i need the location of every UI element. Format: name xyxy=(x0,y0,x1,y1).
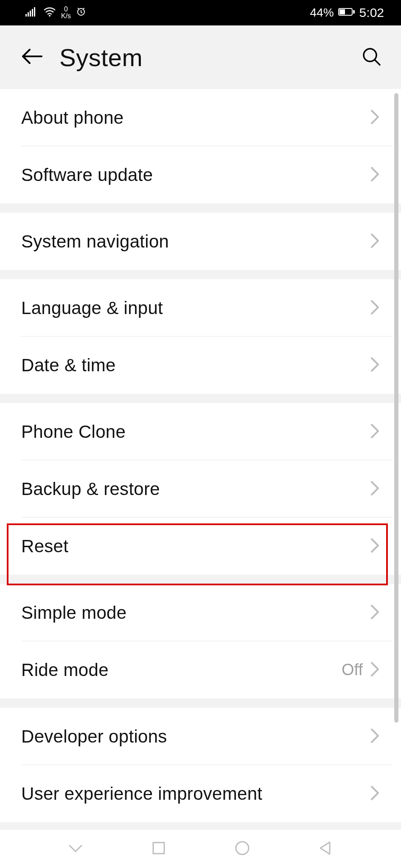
row-value: Off xyxy=(342,661,363,679)
chevron-right-icon xyxy=(370,481,380,498)
chevron-right-icon xyxy=(370,423,380,440)
row-label: Reset xyxy=(21,536,68,556)
chevron-down-icon xyxy=(67,840,84,858)
nav-bar xyxy=(0,830,401,868)
circle-icon xyxy=(234,840,251,858)
group-developer: Developer options User experience improv… xyxy=(0,708,401,822)
nav-recent[interactable] xyxy=(149,840,168,858)
cellular-signal-icon xyxy=(25,6,38,19)
status-right: 44% 5:02 xyxy=(310,6,384,20)
content: About phone Software update System navig… xyxy=(0,89,401,822)
row-label: Developer options xyxy=(21,726,167,747)
row-label: Ride mode xyxy=(21,660,109,680)
svg-rect-4 xyxy=(34,7,35,17)
svg-rect-1 xyxy=(28,12,29,17)
svg-rect-11 xyxy=(153,843,164,854)
row-phone-clone[interactable]: Phone Clone xyxy=(0,403,401,460)
group-modes: Simple mode Ride mode Off xyxy=(0,584,401,698)
row-ride-mode[interactable]: Ride mode Off xyxy=(0,641,401,698)
status-left: 0 K/s xyxy=(25,6,86,19)
chevron-right-icon xyxy=(370,233,380,250)
network-speed-unit: K/s xyxy=(61,13,71,19)
row-date-time[interactable]: Date & time xyxy=(0,337,401,394)
network-speed-value: 0 xyxy=(61,6,71,13)
chevron-right-icon xyxy=(370,109,380,126)
row-label: User experience improvement xyxy=(21,784,262,804)
chevron-right-icon xyxy=(370,167,380,184)
chevron-right-icon xyxy=(370,728,380,745)
group-navigation: System navigation xyxy=(0,213,401,270)
row-backup-restore[interactable]: Backup & restore xyxy=(0,460,401,517)
battery-percent: 44% xyxy=(310,6,334,19)
svg-rect-8 xyxy=(339,9,345,14)
row-label: About phone xyxy=(21,108,124,128)
svg-point-12 xyxy=(236,842,249,854)
row-about-phone[interactable]: About phone xyxy=(0,89,401,146)
page-title: System xyxy=(59,43,143,72)
group-about: About phone Software update xyxy=(0,89,401,203)
square-icon xyxy=(150,840,167,858)
alarm-icon xyxy=(76,6,86,19)
row-simple-mode[interactable]: Simple mode xyxy=(0,584,401,641)
row-developer-options[interactable]: Developer options xyxy=(0,708,401,765)
svg-rect-2 xyxy=(30,11,31,17)
row-reset[interactable]: Reset xyxy=(0,517,401,575)
row-language-input[interactable]: Language & input xyxy=(0,279,401,337)
scroll-indicator[interactable] xyxy=(394,93,398,723)
search-button[interactable] xyxy=(359,45,384,70)
wifi-icon xyxy=(43,6,56,19)
chevron-right-icon xyxy=(370,538,380,555)
triangle-back-icon xyxy=(317,840,334,858)
row-user-experience-improvement[interactable]: User experience improvement xyxy=(0,765,401,822)
row-label: Backup & restore xyxy=(21,479,160,499)
row-label: Phone Clone xyxy=(21,422,126,442)
status-time: 5:02 xyxy=(359,6,384,20)
chevron-right-icon xyxy=(370,604,380,621)
nav-hide-keyboard[interactable] xyxy=(66,840,85,858)
group-language: Language & input Date & time xyxy=(0,279,401,394)
back-button[interactable] xyxy=(17,42,47,72)
group-backup: Phone Clone Backup & restore Reset xyxy=(0,403,401,575)
row-system-navigation[interactable]: System navigation xyxy=(0,213,401,270)
row-label: Simple mode xyxy=(21,603,126,623)
row-label: Date & time xyxy=(21,355,116,376)
row-label: Software update xyxy=(21,165,153,185)
row-label: System navigation xyxy=(21,231,169,252)
battery-icon xyxy=(338,6,355,19)
back-arrow-icon xyxy=(21,48,42,67)
status-bar: 0 K/s 44% 5:02 xyxy=(0,0,401,25)
network-speed-indicator: 0 K/s xyxy=(61,6,71,19)
svg-rect-3 xyxy=(32,9,33,17)
nav-back[interactable] xyxy=(316,840,335,858)
chevron-right-icon xyxy=(370,785,380,802)
search-icon xyxy=(362,47,381,68)
row-label: Language & input xyxy=(21,298,163,318)
chevron-right-icon xyxy=(370,300,380,317)
chevron-right-icon xyxy=(370,357,380,374)
chevron-right-icon xyxy=(370,662,380,679)
header: System xyxy=(0,25,401,89)
svg-point-5 xyxy=(49,15,50,17)
svg-rect-0 xyxy=(25,14,27,17)
svg-rect-9 xyxy=(353,10,355,14)
nav-home[interactable] xyxy=(233,840,252,858)
row-software-update[interactable]: Software update xyxy=(0,146,401,203)
